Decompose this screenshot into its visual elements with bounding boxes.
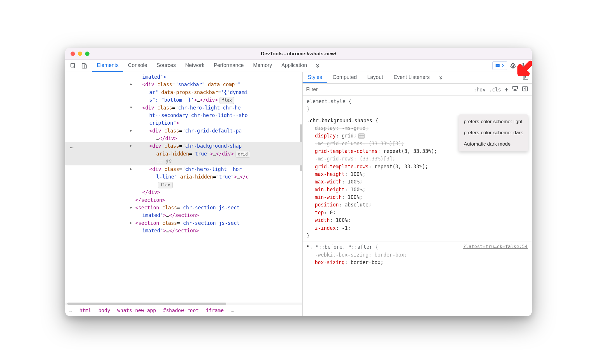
expand-icon[interactable]: ▼ [130, 105, 132, 110]
css-property[interactable]: position: absolute; [307, 201, 528, 208]
rendering-emulation-icon[interactable] [512, 86, 518, 93]
css-property[interactable]: min-width: 100%; [307, 193, 528, 201]
styles-filter-input[interactable] [306, 86, 470, 93]
main-toolbar: Elements Console Sources Network Perform… [65, 60, 532, 72]
styles-filter-bar: :hov .cls + [303, 84, 532, 96]
css-property[interactable]: max-height: 100%; [307, 170, 528, 178]
source-link[interactable]: ?latest=tru…ck=false:54 [463, 243, 528, 250]
computed-sidebar-icon[interactable] [522, 86, 528, 93]
css-property[interactable]: width: 100%; [307, 216, 528, 224]
svg-rect-9 [523, 87, 528, 91]
collapse-icon[interactable]: ▶ [130, 143, 132, 149]
collapse-icon[interactable]: ▶ [130, 205, 132, 210]
window-titlebar: DevTools - chrome://whats-new/ [65, 48, 532, 60]
tab-event-listeners[interactable]: Event Listeners [388, 72, 435, 83]
element-style-rule[interactable]: element.style { } [307, 98, 528, 113]
dom-h-scrollbar[interactable] [65, 303, 302, 305]
overflow-icon[interactable]: ⋯ [70, 143, 74, 152]
css-property[interactable]: -ms-grid-rows: (33.33%)[3]; [307, 155, 528, 162]
tab-network[interactable]: Network [180, 60, 209, 72]
css-property[interactable]: max-width: 100%; [307, 178, 528, 185]
breadcrumb-item[interactable]: whats-new-app [117, 307, 156, 314]
device-toggle-icon[interactable] [81, 63, 87, 69]
selected-dom-node[interactable]: ⋯ ▶<div class="chr-background-shap aria-… [65, 142, 302, 165]
css-property[interactable]: top: 0; [307, 209, 528, 216]
css-property[interactable]: min-height: 100%; [307, 186, 528, 193]
main-tabs: Elements Console Sources Network Perform… [92, 60, 490, 72]
flex-badge[interactable]: flex [220, 97, 234, 104]
breadcrumbs: … html body whats-new-app #shadow-root i… [65, 305, 302, 316]
dom-panel: imated"> ▶<div class="snackbar" data-com… [65, 72, 303, 316]
tab-sources[interactable]: Sources [152, 60, 180, 72]
collapse-icon[interactable]: ▶ [130, 82, 132, 87]
popup-item-auto-dark[interactable]: Automatic dark mode [459, 139, 528, 150]
main-panels: imated"> ▶<div class="snackbar" data-com… [65, 72, 532, 316]
breadcrumb-overflow[interactable]: … [231, 307, 233, 314]
window-title: DevTools - chrome://whats-new/ [65, 51, 532, 57]
more-styles-tabs-icon[interactable] [435, 72, 447, 83]
svg-rect-3 [496, 64, 500, 67]
css-property[interactable]: grid-template-rows: repeat(3, 33.33%); [307, 163, 528, 170]
styles-tabs: Styles Computed Layout Event Listeners [303, 72, 532, 84]
popup-item-light[interactable]: prefers-color-scheme: light [459, 116, 528, 127]
styles-body[interactable]: prefers-color-scheme: light prefers-colo… [303, 96, 532, 316]
breadcrumb-item[interactable]: html [79, 307, 91, 314]
collapse-icon[interactable]: ▶ [130, 166, 132, 172]
issues-count: 3 [502, 63, 505, 68]
grid-badge[interactable]: grid [236, 151, 250, 158]
tab-elements[interactable]: Elements [92, 60, 123, 72]
devtools-window: DevTools - chrome://whats-new/ Elements … [65, 48, 532, 316]
dom-tree[interactable]: imated"> ▶<div class="snackbar" data-com… [65, 72, 302, 303]
collapse-icon[interactable]: ▶ [130, 128, 132, 133]
breadcrumb-item[interactable]: body [98, 307, 110, 314]
tab-computed[interactable]: Computed [327, 72, 362, 83]
rendering-emulation-popup: prefers-color-scheme: light prefers-colo… [459, 114, 528, 151]
toggle-classes-button[interactable]: .cls [489, 87, 501, 93]
more-tabs-icon[interactable] [312, 60, 324, 72]
popup-item-dark[interactable]: prefers-color-scheme: dark [459, 127, 528, 138]
tab-application[interactable]: Application [277, 60, 312, 72]
breadcrumb-item[interactable]: iframe [206, 307, 224, 314]
tab-styles[interactable]: Styles [303, 72, 327, 83]
console-ref: == $0 [156, 158, 171, 164]
svg-rect-2 [84, 65, 87, 68]
breadcrumb-item[interactable]: #shadow-root [163, 307, 199, 314]
annotation-arrow-icon [513, 72, 532, 82]
inspect-icon[interactable] [70, 63, 76, 69]
toggle-hover-button[interactable]: :hov [474, 87, 486, 93]
new-style-button[interactable]: + [505, 86, 508, 93]
tab-layout[interactable]: Layout [362, 72, 388, 83]
issues-badge[interactable]: 3 [492, 61, 507, 70]
css-property[interactable]: z-index: -1; [307, 224, 528, 232]
styles-panel: Styles Computed Layout Event Listeners :… [303, 72, 532, 316]
svg-rect-8 [513, 86, 518, 89]
flex-badge[interactable]: flex [158, 182, 173, 189]
grid-editor-icon[interactable] [358, 133, 365, 139]
collapse-icon[interactable]: ▶ [130, 220, 132, 226]
css-rule-universal[interactable]: ?latest=tru…ck=false:54 *, *::before, *:… [307, 243, 528, 266]
tab-memory[interactable]: Memory [248, 60, 277, 72]
tab-console[interactable]: Console [123, 60, 152, 72]
tab-performance[interactable]: Performance [209, 60, 248, 72]
breadcrumb-overflow[interactable]: … [69, 307, 72, 314]
